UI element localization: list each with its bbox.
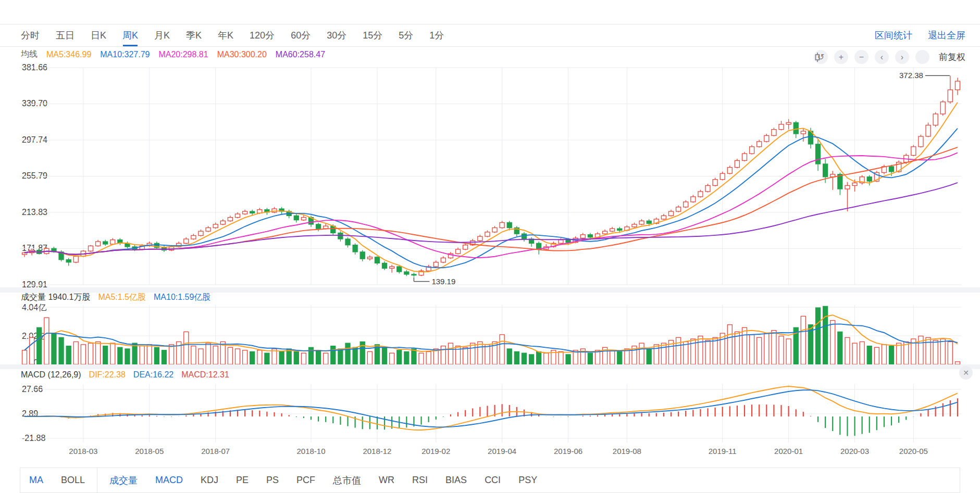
volume-title: 成交量 1940.1万股 xyxy=(21,292,90,303)
ma60-value: MA60:258.47 xyxy=(276,50,325,59)
x-axis-label: 2019-06 xyxy=(545,447,592,456)
tab-weekly-k[interactable]: 周K xyxy=(122,29,138,42)
indicator-tab-macd[interactable]: MACD xyxy=(146,475,192,486)
tab-30min[interactable]: 30分 xyxy=(327,29,346,42)
indicator-tab-psy[interactable]: PSY xyxy=(510,475,546,486)
indicator-tab-ps[interactable]: PS xyxy=(257,475,288,486)
panel-separator xyxy=(0,364,980,369)
chart-controls: ↺ + − ‹ › 前复权 xyxy=(814,50,965,64)
volume-ma5: MA5:1.5亿股 xyxy=(98,292,146,303)
svg-text:139.19: 139.19 xyxy=(431,277,455,286)
stock-chart-app: 分时 五日 日K 周K 月K 季K 年K 120分 60分 30分 15分 5分… xyxy=(0,0,980,493)
tab-60min[interactable]: 60分 xyxy=(291,29,311,42)
x-axis-label: 2018-03 xyxy=(60,447,107,456)
tab-quarterly-k[interactable]: 季K xyxy=(186,29,202,42)
pan-left-icon[interactable]: ‹ xyxy=(875,50,889,64)
ma-legend-title: 均线 xyxy=(21,49,38,60)
x-axis-label: 2019-08 xyxy=(603,447,650,456)
indicator-tab-wr[interactable]: WR xyxy=(370,475,403,486)
tabbar-divider xyxy=(0,46,980,47)
x-axis-label: 2020-03 xyxy=(832,447,878,456)
indicator-tab-rsi[interactable]: RSI xyxy=(403,475,437,486)
ma10-value: MA10:327.79 xyxy=(100,50,150,59)
pan-right-icon[interactable]: › xyxy=(895,50,909,64)
indicator-tab-bar: MA BOLL 成交量 MACD KDJ PE PS PCF 总市值 WR RS… xyxy=(20,467,960,493)
candle-style-icon[interactable] xyxy=(915,50,929,64)
ma-legend: 均线 MA5:346.99 MA10:327.79 MA20:298.81 MA… xyxy=(21,49,325,60)
range-statistics-link[interactable]: 区间统计 xyxy=(875,29,912,42)
close-macd-button[interactable]: ✕ xyxy=(959,366,973,380)
tab-yearly-k[interactable]: 年K xyxy=(218,29,233,42)
indicator-tab-ma[interactable]: MA xyxy=(20,475,52,486)
x-axis-label: 2018-05 xyxy=(126,447,173,456)
macd-title: MACD (12,26,9) xyxy=(21,370,81,380)
indicator-tab-bias[interactable]: BIAS xyxy=(437,475,476,486)
indicator-tab-market-cap[interactable]: 总市值 xyxy=(324,474,370,487)
tab-1min[interactable]: 1分 xyxy=(429,29,444,42)
x-axis-label: 2018-07 xyxy=(192,447,239,456)
period-tab-bar: 分时 五日 日K 周K 月K 季K 年K 120分 60分 30分 15分 5分… xyxy=(0,24,980,46)
ma30-value: MA30:300.20 xyxy=(217,50,267,59)
x-axis-label: 2020-01 xyxy=(765,447,812,456)
zoom-in-icon[interactable]: + xyxy=(834,50,848,64)
ma20-value: MA20:298.81 xyxy=(158,50,208,59)
indicator-tab-pe[interactable]: PE xyxy=(227,475,257,486)
x-axis-label: 2019-02 xyxy=(413,447,460,456)
tab-15min[interactable]: 15分 xyxy=(363,29,382,42)
macd-chart xyxy=(0,384,980,443)
macd-header: MACD (12,26,9) DIF:22.38 DEA:16.22 MACD:… xyxy=(21,370,229,380)
indicator-tab-cci[interactable]: CCI xyxy=(476,475,510,486)
dea-value: DEA:16.22 xyxy=(133,370,173,380)
volume-header: 成交量 1940.1万股 MA5:1.5亿股 MA10:1.59亿股 xyxy=(21,292,210,303)
x-axis-label: 2019-11 xyxy=(699,447,746,456)
tab-time-share[interactable]: 分时 xyxy=(21,29,40,42)
tab-5day[interactable]: 五日 xyxy=(56,29,75,42)
indicator-tab-kdj[interactable]: KDJ xyxy=(192,475,227,486)
volume-chart xyxy=(0,305,980,366)
x-axis-label: 2018-12 xyxy=(354,447,401,456)
ma5-value: MA5:346.99 xyxy=(46,50,91,59)
candlestick-chart: 372.38139.19 xyxy=(0,65,980,289)
zoom-out-icon[interactable]: − xyxy=(854,50,869,64)
indicator-tab-pcf[interactable]: PCF xyxy=(288,475,324,486)
tab-group-divider xyxy=(97,468,97,492)
x-axis-label: 2020-05 xyxy=(890,447,937,456)
tab-daily-k[interactable]: 日K xyxy=(91,29,106,42)
top-right-links: 区间统计 退出全屏 xyxy=(875,24,965,46)
tab-5min[interactable]: 5分 xyxy=(399,29,413,42)
x-axis-label: 2019-04 xyxy=(479,447,526,456)
tab-120min[interactable]: 120分 xyxy=(250,29,275,42)
dif-value: DIF:22.38 xyxy=(89,370,126,380)
svg-text:372.38: 372.38 xyxy=(899,71,923,80)
adjust-mode-label[interactable]: 前复权 xyxy=(939,51,965,63)
indicator-tab-boll[interactable]: BOLL xyxy=(52,475,94,486)
exit-fullscreen-link[interactable]: 退出全屏 xyxy=(928,29,965,42)
x-axis-label: 2018-10 xyxy=(288,447,334,456)
tab-monthly-k[interactable]: 月K xyxy=(154,29,170,42)
indicator-tab-volume[interactable]: 成交量 xyxy=(101,474,146,487)
macd-value: MACD:12.31 xyxy=(181,370,229,380)
volume-ma10: MA10:1.59亿股 xyxy=(154,292,210,303)
